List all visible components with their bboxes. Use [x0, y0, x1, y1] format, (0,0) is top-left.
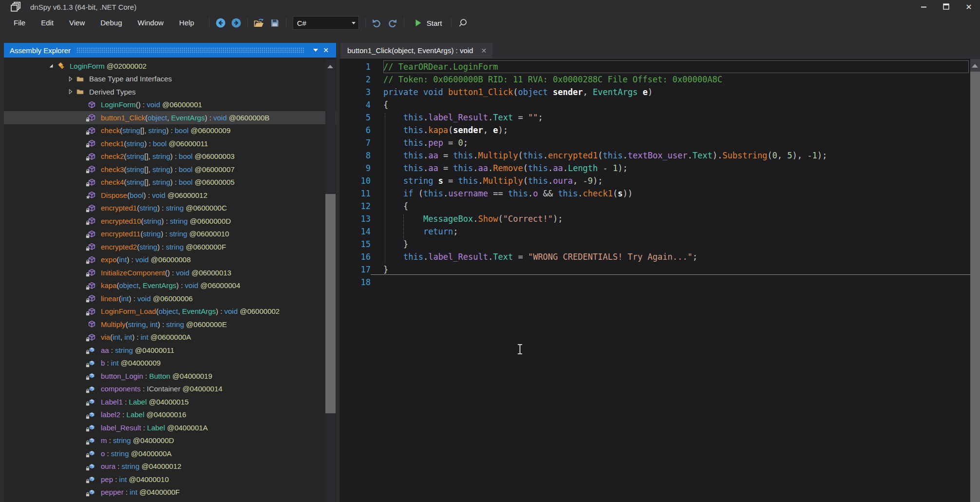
tree-item[interactable]: button_Login : Button @04000019: [4, 369, 336, 383]
tree-item[interactable]: expo(int) : void @06000008: [4, 253, 336, 267]
code-line[interactable]: 10 string s = this.Multiply(this.oura, -…: [339, 174, 970, 187]
code-line[interactable]: 16 this.label_Result.Text = "WRONG CREDE…: [339, 251, 970, 263]
method-icon: [88, 243, 96, 251]
tree-item[interactable]: encrypted2(string) : string @0600000F: [4, 240, 336, 253]
scroll-up-icon[interactable]: [327, 62, 334, 71]
code-line[interactable]: 6 this.kapa(sender, e);: [339, 124, 970, 136]
tree-item-label: o : string @0400000A: [101, 449, 171, 458]
code-line[interactable]: 1// TearORDear.LoginForm: [339, 60, 970, 73]
tree-item[interactable]: check2(string[], string) : bool @0600000…: [4, 150, 336, 163]
open-file-button[interactable]: [251, 16, 267, 30]
tree-item[interactable]: oura : string @04000012: [4, 460, 336, 473]
tree-item[interactable]: check3(string[], string) : bool @0600000…: [4, 163, 336, 176]
editor-scrollbar[interactable]: [970, 59, 980, 502]
tree-item[interactable]: LoginForm @02000002: [4, 59, 336, 73]
tree-item[interactable]: InitializeComponent() : void @06000013: [4, 266, 336, 279]
tree-item[interactable]: encrypted10(string) : string @0600000D: [4, 214, 336, 228]
code-line[interactable]: 5 this.label_Result.Text = "";: [339, 111, 970, 124]
save-all-button[interactable]: [267, 16, 283, 30]
lock-badge-icon: [86, 335, 90, 343]
code-editor[interactable]: 1// TearORDear.LoginForm2// Token: 0x060…: [339, 58, 980, 502]
code-line[interactable]: 4{: [339, 98, 970, 111]
maximize-button[interactable]: [935, 0, 958, 14]
dnspy-logo-icon: [11, 1, 21, 12]
tree-item[interactable]: Derived Types: [4, 85, 336, 98]
code-line[interactable]: 9 this.aa = this.aa.Remove(this.aa.Lengt…: [339, 162, 970, 174]
code-line[interactable]: 8 this.aa = this.Multiply(this.encrypted…: [339, 149, 970, 162]
menu-item-view[interactable]: View: [61, 14, 93, 32]
tree-item[interactable]: [4, 499, 336, 502]
tree-item[interactable]: aa : string @04000011: [4, 344, 336, 357]
code-line[interactable]: 11 if (this.username == this.o && this.c…: [339, 187, 970, 200]
tree-item[interactable]: via(int, int) : int @0600000A: [4, 331, 336, 344]
search-button[interactable]: [455, 16, 471, 30]
expander-collapsed-icon[interactable]: [65, 75, 76, 83]
tree-item[interactable]: m : string @0400000D: [4, 434, 336, 447]
tree-scrollbar[interactable]: [325, 59, 336, 502]
tree-item[interactable]: check1(string) : bool @06000011: [4, 137, 336, 150]
scroll-up-icon[interactable]: [971, 61, 979, 70]
redo-button[interactable]: [385, 16, 400, 30]
navigate-forward-button[interactable]: [228, 16, 244, 30]
tree-item-label: Label1 : Label @04000015: [101, 398, 188, 406]
tree-item[interactable]: kapa(object, EventArgs) : void @06000004: [4, 279, 336, 292]
method-icon: [88, 256, 96, 264]
assembly-explorer-header[interactable]: Assembly Explorer ✕: [4, 43, 336, 58]
language-dropdown-arrow[interactable]: [349, 17, 358, 29]
code-line[interactable]: 15 }: [339, 238, 970, 251]
tree-item[interactable]: Multiply(string, int) : string @0600000E: [4, 318, 336, 331]
tree-item[interactable]: check(string[], string) : bool @06000009: [4, 124, 336, 137]
tree-item[interactable]: Base Type and Interfaces: [4, 73, 336, 86]
code-line[interactable]: 17}: [339, 263, 970, 276]
panel-menu-icon[interactable]: [311, 49, 320, 52]
code-line[interactable]: 18: [339, 276, 970, 289]
lock-badge-icon: [86, 490, 90, 498]
tree-item[interactable]: label2 : Label @04000016: [4, 408, 336, 422]
code-line[interactable]: 14 return;: [339, 225, 970, 238]
lock-badge-icon: [86, 425, 90, 433]
navigate-back-button[interactable]: [213, 16, 228, 30]
expander-collapsed-icon[interactable]: [65, 88, 76, 96]
tree-item[interactable]: components : IContainer @04000014: [4, 383, 336, 396]
code-line[interactable]: 12 {: [339, 200, 970, 212]
tree-item[interactable]: Label1 : Label @04000015: [4, 395, 336, 408]
undo-button[interactable]: [369, 16, 385, 30]
tree-item[interactable]: check4(string[], string) : bool @0600000…: [4, 176, 336, 189]
tree-item[interactable]: LoginForm() : void @06000001: [4, 98, 336, 112]
tree-scroll-thumb[interactable]: [325, 194, 336, 413]
line-text: string s = this.Multiply(this.oura, -9);: [383, 174, 970, 187]
assembly-explorer-panel: Assembly Explorer ✕ LoginForm @02000002B…: [4, 43, 336, 502]
panel-close-icon[interactable]: ✕: [320, 46, 331, 54]
menu-item-file[interactable]: File: [6, 14, 33, 32]
start-debug-button[interactable]: Start: [408, 16, 448, 30]
tree-item[interactable]: pep : int @04000010: [4, 473, 336, 486]
tree-item[interactable]: encrypted1(string) : string @0600000C: [4, 202, 336, 215]
menu-item-window[interactable]: Window: [130, 14, 171, 32]
menu-item-help[interactable]: Help: [171, 14, 202, 32]
tab-close-icon[interactable]: ✕: [481, 47, 487, 55]
tree-item[interactable]: b : int @04000009: [4, 357, 336, 370]
minimize-button[interactable]: [913, 0, 935, 14]
menu-item-edit[interactable]: Edit: [33, 14, 61, 32]
tree-item[interactable]: o : string @0400000A: [4, 447, 336, 460]
code-line[interactable]: 13 MessageBox.Show("Correct!");: [339, 212, 970, 225]
language-select[interactable]: C#: [293, 16, 359, 30]
code-line[interactable]: 7 this.pep = 0;: [339, 136, 970, 149]
close-button[interactable]: ✕: [958, 0, 980, 14]
editor-scroll-thumb[interactable]: [970, 72, 980, 502]
code-line[interactable]: 2// Token: 0x0600000B RID: 11 RVA: 0x000…: [339, 73, 970, 86]
code-line[interactable]: 3private void button1_Click(object sende…: [339, 86, 970, 98]
tab-button1-click[interactable]: button1_Click(object, EventArgs) : void …: [340, 43, 492, 58]
tree-item[interactable]: Dispose(bool) : void @06000012: [4, 189, 336, 202]
expander-expanded-icon[interactable]: [46, 62, 57, 70]
tree-item[interactable]: label_Result : Label @0400001A: [4, 421, 336, 434]
tree-item[interactable]: LoginForm_Load(object, EventArgs) : void…: [4, 305, 336, 318]
tree-item[interactable]: button1_Click(object, EventArgs) : void …: [4, 111, 336, 124]
tree-item-label: Dispose(bool) : void @06000012: [101, 191, 207, 199]
panel-grip[interactable]: [76, 47, 305, 53]
line-text: {: [383, 98, 970, 111]
menu-item-debug[interactable]: Debug: [93, 14, 130, 32]
tree-item[interactable]: encrypted11(string) : string @06000010: [4, 228, 336, 241]
tree-item[interactable]: linear(int) : void @06000006: [4, 292, 336, 305]
tree-item[interactable]: pepper : int @0400000F: [4, 486, 336, 499]
